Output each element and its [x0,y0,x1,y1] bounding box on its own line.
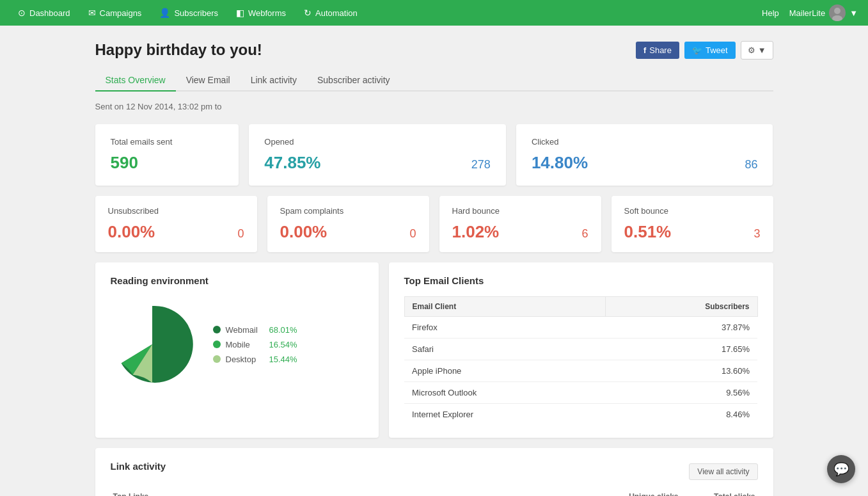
client-pct: 9.56% [606,382,757,404]
nav-subscribers[interactable]: 👤 Subscribers [152,0,226,26]
nav-campaigns-label: Campaigns [100,8,142,18]
client-name: Apple iPhone [404,360,606,382]
share-button[interactable]: f Share [636,42,679,59]
clicked-value: 14.80% [532,153,588,173]
soft-bounce-card: Soft bounce 0.51% 3 [612,196,773,252]
webmail-pct: 68.01% [269,325,297,335]
table-row: Safari17.65% [404,339,757,360]
hard-bounce-value-row: 1.02% 6 [452,222,588,242]
spam-value: 0.00% [280,222,327,242]
settings-button[interactable]: ⚙ ▼ [741,41,773,60]
nav-webforms-label: Webforms [248,8,286,18]
facebook-icon: f [643,45,646,55]
nav-automation[interactable]: ↻ Automation [296,0,365,26]
svg-point-1 [832,15,842,21]
nav-webforms[interactable]: ◧ Webforms [228,0,294,26]
opened-value: 47.85% [264,153,320,173]
unsubscribed-card: Unsubscribed 0.00% 0 [95,196,257,252]
tab-link-activity[interactable]: Link activity [241,70,307,92]
twitter-icon: 🐦 [692,45,702,55]
clicked-card: Clicked 14.80% 86 [516,124,773,186]
reading-env-card: Reading environment [95,262,379,438]
links-col-header: Top Links [113,492,602,496]
desktop-label: Desktop [226,355,264,364]
spam-card: Spam complaints 0.00% 0 [267,196,429,252]
top-clients-card: Top Email Clients Email Client Subscribe… [389,262,773,438]
mobile-dot [213,340,221,348]
top-navigation: ⊙ Dashboard ✉ Campaigns 👤 Subscribers ◧ … [0,0,868,26]
user-dropdown-icon[interactable]: ▼ [849,8,858,18]
clicked-count: 86 [745,158,757,172]
soft-bounce-value: 0.51% [624,222,672,242]
table-row: Microsoft Outlook9.56% [404,382,757,404]
clients-header-name: Email Client [404,297,606,317]
legend-desktop: Desktop 15.44% [213,355,297,364]
opened-count: 278 [471,158,491,172]
avatar [829,4,846,21]
tab-subscriber-activity[interactable]: Subscriber activity [307,70,400,92]
pie-chart [111,303,194,386]
hard-bounce-card: Hard bounce 1.02% 6 [439,196,601,252]
table-row: Internet Explorer8.46% [404,404,757,426]
opened-value-row: 47.85% 278 [264,153,491,173]
unsubscribed-count: 0 [237,227,244,241]
clicked-label: Clicked [532,137,758,147]
total-emails-label: Total emails sent [111,137,224,147]
total-emails-card: Total emails sent 590 [95,124,239,186]
spam-label: Spam complaints [280,206,416,216]
stats-row-1: Total emails sent 590 Opened 47.85% 278 … [95,124,773,186]
tab-view-email[interactable]: View Email [176,70,241,92]
share-label: Share [649,45,672,55]
hard-bounce-label: Hard bounce [452,206,588,216]
legend-webmail: Webmail 68.01% [213,325,297,335]
nav-campaigns[interactable]: ✉ Campaigns [81,0,150,26]
dashboard-icon: ⊙ [18,8,26,18]
legend-mobile: Mobile 16.54% [213,340,297,349]
client-pct: 17.65% [606,339,757,360]
user-name: MailerLite [789,8,825,18]
unsubscribed-value-row: 0.00% 0 [108,222,244,242]
client-name: Internet Explorer [404,404,606,426]
campaigns-icon: ✉ [88,8,96,18]
opened-label: Opened [264,137,491,147]
client-name: Firefox [404,317,606,339]
webmail-label: Webmail [226,325,264,335]
opened-card: Opened 47.85% 278 [249,124,506,186]
settings-dropdown-icon: ▼ [758,45,766,55]
link-activity-header: Link activity View all activity [111,461,758,482]
nav-subscribers-label: Subscribers [174,8,218,18]
soft-bounce-label: Soft bounce [624,206,761,216]
table-row: Firefox37.87% [404,317,757,339]
pie-chart-svg [111,303,194,386]
client-name: Microsoft Outlook [404,382,606,404]
total-emails-value: 590 [111,153,138,173]
svg-point-0 [834,8,840,14]
client-pct: 8.46% [606,404,757,426]
unsubscribed-label: Unsubscribed [108,206,244,216]
nav-dashboard[interactable]: ⊙ Dashboard [10,0,78,26]
chat-button[interactable]: 💬 [827,455,855,483]
help-link[interactable]: Help [762,8,779,18]
table-row: Apple iPhone13.60% [404,360,757,382]
desktop-pct: 15.44% [269,355,297,364]
automation-icon: ↻ [304,8,312,18]
bottom-row: Reading environment [95,262,773,438]
nav-right: Help MailerLite ▼ [762,4,858,21]
mobile-pct: 16.54% [269,340,297,349]
nav-items: ⊙ Dashboard ✉ Campaigns 👤 Subscribers ◧ … [10,0,762,26]
top-clients-title: Top Email Clients [404,275,758,286]
view-all-button[interactable]: View all activity [689,463,757,480]
hard-bounce-count: 6 [581,227,588,241]
desktop-dot [213,355,221,363]
total-emails-value-row: 590 [111,153,224,173]
tab-stats-overview[interactable]: Stats Overview [95,70,176,92]
subscribers-icon: 👤 [159,8,170,18]
user-menu[interactable]: MailerLite ▼ [789,4,858,21]
link-activity-title: Link activity [111,461,166,472]
pie-legend: Webmail 68.01% Mobile 16.54% Desktop 15.… [213,325,297,364]
gear-icon: ⚙ [748,45,755,55]
pie-section: Webmail 68.01% Mobile 16.54% Desktop 15.… [111,296,363,392]
tweet-button[interactable]: 🐦 Tweet [684,42,736,59]
unsubscribed-value: 0.00% [108,222,155,242]
client-pct: 37.87% [606,317,757,339]
